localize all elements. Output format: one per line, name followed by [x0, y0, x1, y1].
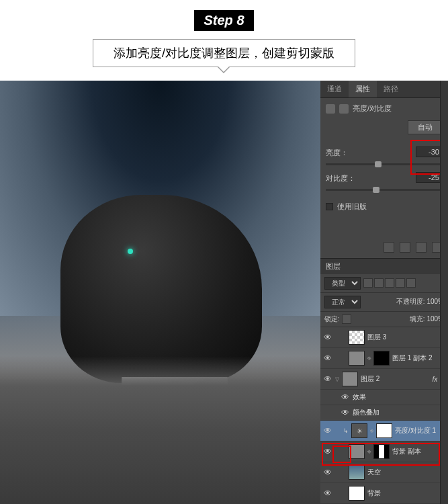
mask-thumbnail — [373, 351, 390, 366]
mask-thumbnail — [373, 444, 390, 459]
properties-tabs: 通道 属性 路径 — [320, 81, 448, 98]
view-icon[interactable] — [400, 242, 410, 253]
visibility-icon[interactable]: 👁 — [323, 447, 332, 456]
link-icon: ⎆ — [370, 427, 373, 434]
clip-icon[interactable] — [384, 242, 394, 253]
visibility-icon[interactable]: 👁 — [341, 408, 350, 417]
layers-filter-row: 类型 — [320, 274, 448, 293]
layers-blend-row: 正常 不透明度: 100% — [320, 293, 448, 312]
visibility-icon[interactable]: 👁 — [341, 392, 350, 402]
layer-list: 👁 图层 3 👁 ⎆ 图层 1 副本 2 👁 ▽ — [320, 327, 448, 504]
layer-item[interactable]: 👁 ⎆ 图层 1 副本 2 — [320, 348, 448, 369]
brightness-slider[interactable] — [326, 163, 443, 165]
kind-dropdown[interactable]: 类型 — [324, 277, 361, 290]
layers-panel: 图层 类型 正常 不透明度: 100% 锁定: 填充: 100% — [320, 258, 448, 504]
adjustment-thumbnail: ☀ — [351, 423, 367, 438]
properties-panel: 亮度/对比度 自动 亮度： -30 对比度： -25 使用旧版 — [320, 98, 448, 258]
layer-effect-item[interactable]: 👁 颜色叠加 — [320, 405, 448, 421]
layers-header: 图层 — [320, 259, 448, 274]
tab-paths[interactable]: 路径 — [377, 81, 405, 97]
expand-icon[interactable]: ▽ — [335, 376, 339, 382]
visibility-icon[interactable]: 👁 — [323, 333, 332, 342]
layers-title: 图层 — [326, 261, 341, 271]
layer-thumbnail — [342, 372, 358, 386]
visibility-icon[interactable]: 👁 — [323, 489, 332, 498]
visibility-icon[interactable]: 👁 — [323, 468, 332, 477]
layer-thumbnail — [349, 330, 365, 345]
contrast-slider[interactable] — [326, 189, 443, 191]
reset-icon[interactable] — [416, 242, 427, 253]
right-panels: 通道 属性 路径 亮度/对比度 自动 亮度： -30 对比度： -25 — [320, 81, 448, 504]
link-icon: ⎆ — [367, 355, 371, 362]
visibility-icon[interactable]: 👁 — [323, 353, 332, 363]
contrast-row: 对比度： -25 — [326, 173, 443, 191]
legacy-checkbox[interactable] — [326, 203, 333, 210]
layer-item[interactable]: 👁 图层 3 — [320, 327, 448, 348]
layer-item-selected[interactable]: 👁 ↳ ☀ ⎆ 亮度/对比度 1 — [320, 421, 448, 442]
tab-channels[interactable]: 通道 — [320, 81, 349, 97]
photoshop-workspace: 通道 属性 路径 亮度/对比度 自动 亮度： -30 对比度： -25 — [0, 81, 448, 504]
filter-smart-icon[interactable] — [406, 278, 416, 288]
filter-pixel-icon[interactable] — [363, 278, 373, 288]
properties-footer-icons — [384, 242, 443, 253]
properties-title: 亮度/对比度 — [353, 103, 392, 114]
layer-thumbnail — [349, 465, 365, 480]
step-badge: Step 8 — [194, 10, 253, 31]
auto-button[interactable]: 自动 — [408, 120, 443, 134]
clip-indicator-icon: ↳ — [343, 427, 349, 434]
mask-thumbnail — [376, 423, 392, 438]
collapsed-dock[interactable] — [440, 81, 448, 504]
brightness-value[interactable]: -30 — [416, 146, 443, 157]
rocks — [0, 356, 320, 504]
brightness-row: 亮度： -30 — [326, 148, 443, 165]
contrast-label: 对比度： — [326, 173, 366, 183]
filter-adjust-icon[interactable] — [374, 278, 384, 288]
adjustment-icon — [326, 104, 335, 114]
lock-all-icon[interactable] — [342, 314, 351, 324]
legacy-label: 使用旧版 — [337, 202, 367, 212]
layer-item[interactable]: 👁 ▽ 图层 2 fx ▾ — [320, 369, 448, 390]
panther-statue — [60, 195, 262, 383]
blend-mode-dropdown[interactable]: 正常 — [324, 296, 361, 308]
layer-thumbnail — [349, 444, 365, 459]
link-icon: ⎆ — [367, 448, 371, 455]
layer-effect-item[interactable]: 👁 效果 — [320, 390, 448, 405]
contrast-value[interactable]: -25 — [416, 172, 443, 183]
brightness-label: 亮度： — [326, 148, 366, 158]
layers-lock-row: 锁定: 填充: 100% — [320, 312, 448, 327]
layer-thumbnail — [349, 486, 365, 501]
filter-shape-icon[interactable] — [396, 278, 405, 288]
instruction-box: 添加亮度/对比度调整图层，创建剪切蒙版 — [93, 39, 355, 67]
mask-icon — [339, 104, 349, 114]
layer-thumbnail — [349, 351, 365, 366]
layer-item[interactable]: 👁 ⎆ 背景 副本 — [320, 442, 448, 462]
canvas-area[interactable] — [0, 81, 320, 504]
visibility-icon[interactable]: 👁 — [323, 374, 332, 384]
layer-item[interactable]: 👁 背景 — [320, 483, 448, 504]
properties-header: 亮度/对比度 — [326, 103, 443, 114]
tutorial-header: Step 8 添加亮度/对比度调整图层，创建剪切蒙版 — [0, 0, 448, 67]
tab-properties[interactable]: 属性 — [349, 81, 377, 97]
layer-item[interactable]: 👁 天空 — [320, 462, 448, 483]
filter-type-icon[interactable] — [385, 278, 394, 288]
legacy-row: 使用旧版 — [326, 202, 443, 212]
visibility-icon[interactable]: 👁 — [323, 426, 332, 435]
